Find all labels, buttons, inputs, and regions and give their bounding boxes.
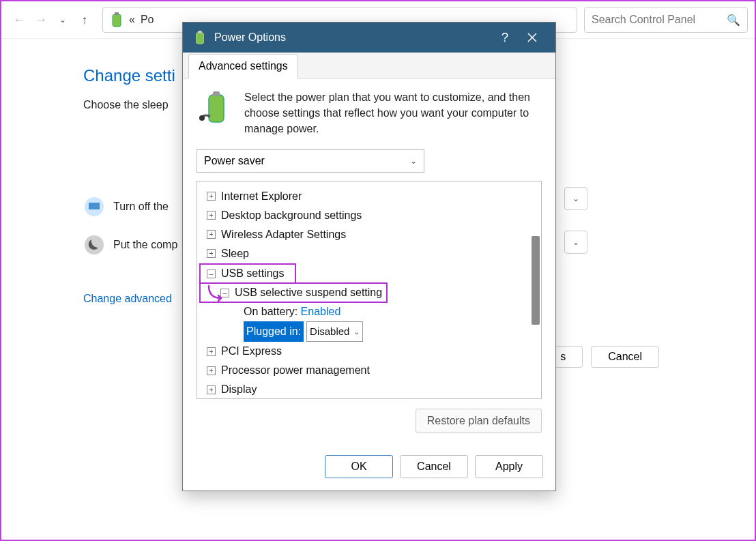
breadcrumb-text: Po: [141, 14, 154, 26]
expand-icon[interactable]: +: [207, 366, 216, 375]
moon-icon: [83, 234, 105, 256]
plan-select-value: Power saver: [204, 155, 265, 167]
tree-desktop-bg[interactable]: +Desktop background settings: [200, 206, 538, 225]
breadcrumb-prefix: «: [129, 14, 135, 26]
tree-sleep[interactable]: +Sleep: [200, 244, 538, 263]
power-options-dialog: Power Options ? Advanced settings Select…: [182, 22, 556, 491]
svg-rect-6: [198, 31, 202, 33]
close-button[interactable]: [519, 23, 546, 53]
plugged-in-value: Disabled: [310, 323, 349, 340]
power-plan-select[interactable]: Power saver ⌄: [197, 149, 424, 173]
plugged-in-label: Plugged in:: [244, 321, 304, 342]
tree-internet-explorer[interactable]: +Internet Explorer: [200, 187, 538, 206]
battery-icon: [192, 30, 207, 45]
plugged-in-dropdown[interactable]: Disabled ⌄: [306, 321, 363, 342]
sleep-dropdown[interactable]: ⌄: [564, 231, 587, 254]
tab-advanced-settings[interactable]: Advanced settings: [188, 54, 298, 78]
svg-rect-0: [113, 14, 121, 27]
dialog-body: Select the power plan that you want to c…: [183, 78, 555, 447]
close-icon: [527, 33, 537, 42]
display-dropdown[interactable]: ⌄: [564, 187, 587, 210]
power-plan-icon: [197, 89, 235, 128]
cancel-button-bg[interactable]: Cancel: [591, 346, 659, 368]
help-button[interactable]: ?: [491, 23, 519, 53]
restore-defaults-button[interactable]: Restore plan defaults: [416, 409, 542, 433]
chevron-down-icon: ⌄: [410, 156, 417, 166]
svg-rect-1: [115, 12, 119, 15]
search-input[interactable]: [592, 14, 723, 26]
up-button[interactable]: ↑: [74, 9, 96, 31]
tree-wireless[interactable]: +Wireless Adapter Settings: [200, 225, 538, 244]
expand-icon[interactable]: +: [207, 230, 216, 239]
recent-dropdown[interactable]: ⌄: [52, 9, 74, 31]
chevron-down-icon: ⌄: [353, 325, 360, 338]
expand-icon[interactable]: +: [207, 249, 216, 258]
plugged-in-row[interactable]: Plugged in: Disabled ⌄: [200, 321, 538, 342]
tab-strip: Advanced settings: [183, 53, 555, 78]
tree-pci[interactable]: +PCI Express: [200, 342, 538, 361]
expand-icon[interactable]: +: [207, 347, 216, 356]
on-battery-value[interactable]: Enabled: [301, 302, 341, 321]
dialog-title: Power Options: [214, 31, 491, 44]
back-button[interactable]: ←: [8, 9, 30, 31]
apply-button[interactable]: Apply: [475, 455, 543, 478]
collapse-icon[interactable]: –: [207, 269, 216, 278]
titlebar[interactable]: Power Options ?: [183, 23, 555, 53]
svg-point-4: [85, 235, 104, 254]
on-battery-row[interactable]: On battery: Enabled: [200, 302, 538, 321]
tree-usb-selective-suspend[interactable]: –USB selective suspend setting: [200, 283, 387, 302]
intro-row: Select the power plan that you want to c…: [197, 89, 542, 137]
svg-point-9: [199, 115, 205, 121]
search-icon: 🔍: [727, 14, 740, 27]
search-box[interactable]: 🔍: [584, 7, 748, 33]
tree-display[interactable]: +Display: [200, 380, 538, 398]
ok-button[interactable]: OK: [325, 455, 393, 478]
svg-rect-8: [213, 91, 220, 96]
expand-icon[interactable]: +: [207, 192, 216, 201]
svg-rect-3: [89, 203, 100, 209]
monitor-icon: [83, 196, 105, 218]
svg-rect-7: [209, 95, 224, 122]
page-button-row: s Cancel: [543, 346, 659, 368]
tree-processor[interactable]: +Processor power management: [200, 361, 538, 380]
expand-icon[interactable]: +: [207, 211, 216, 220]
expand-icon[interactable]: +: [207, 385, 216, 394]
sleep-label: Put the comp: [113, 239, 177, 251]
intro-text: Select the power plan that you want to c…: [244, 89, 542, 137]
dialog-button-row: OK Cancel Apply: [183, 447, 555, 491]
advanced-settings-link[interactable]: Change advanced: [83, 293, 172, 305]
forward-button[interactable]: →: [30, 9, 52, 31]
on-battery-label: On battery:: [244, 302, 297, 321]
scrollbar-thumb[interactable]: [532, 236, 540, 325]
turn-off-display-label: Turn off the: [113, 201, 169, 213]
svg-rect-5: [197, 33, 204, 44]
battery-icon: [108, 12, 125, 28]
tree-usb-settings[interactable]: –USB settings: [200, 264, 295, 283]
cancel-button[interactable]: Cancel: [400, 455, 468, 478]
highlight-arrow-icon: [206, 284, 224, 302]
settings-tree: +Internet Explorer +Desktop background s…: [197, 181, 542, 399]
